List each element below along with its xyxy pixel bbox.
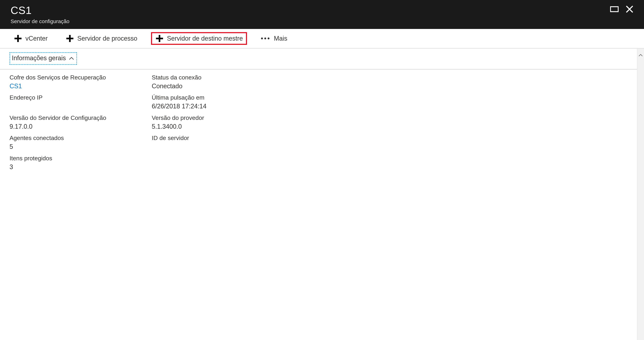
field-value: 5.1.3400.0 <box>152 122 287 131</box>
maximize-icon[interactable] <box>610 6 618 13</box>
more-button[interactable]: ••• Mais <box>256 32 292 45</box>
blade-header: CS1 Servidor de configuração <box>0 0 644 29</box>
field-label: Agentes conectados <box>10 134 145 142</box>
section-header-row: Informações gerais <box>0 49 637 70</box>
field-cs-version: Versão do Servidor de Configuração 9.17.… <box>10 114 145 131</box>
command-bar: vCenter Servidor de processo Servidor de… <box>0 29 644 49</box>
blade-subtitle: Servidor de configuração <box>10 18 70 25</box>
field-label: Versão do provedor <box>152 114 287 122</box>
add-process-server-button[interactable]: Servidor de processo <box>62 32 142 45</box>
blade-body: Informações gerais Cofre dos Serviços de… <box>0 48 644 340</box>
blade-window-controls <box>610 3 634 13</box>
blade-title: CS1 <box>10 3 70 18</box>
close-icon[interactable] <box>626 5 634 13</box>
general-info-toggle[interactable]: Informações gerais <box>10 52 77 65</box>
field-label: Versão do Servidor de Configuração <box>10 114 145 122</box>
field-label: Endereço IP <box>10 94 145 102</box>
field-label: ID de servidor <box>152 134 287 142</box>
toolbar-label: Servidor de destino mestre <box>167 34 243 43</box>
field-label: Cofre dos Serviços de Recuperação <box>10 74 145 82</box>
toolbar-label: Mais <box>274 34 287 43</box>
field-protected-items: Itens protegidos 3 <box>10 154 145 171</box>
field-label: Itens protegidos <box>10 154 145 162</box>
scrollbar[interactable] <box>637 49 644 340</box>
plus-icon <box>66 34 74 43</box>
toolbar-label: vCenter <box>26 34 48 43</box>
field-provider-version: Versão do provedor 5.1.3400.0 <box>152 114 287 131</box>
field-label: Status da conexão <box>152 74 287 82</box>
field-value: Conectado <box>152 82 287 91</box>
field-connected-agents: Agentes conectados 5 <box>10 134 145 151</box>
field-connection-status: Status da conexão Conectado <box>152 74 287 90</box>
field-server-id: ID de servidor <box>152 134 287 151</box>
add-master-target-button[interactable]: Servidor de destino mestre <box>151 32 247 45</box>
content-area: Informações gerais Cofre dos Serviços de… <box>0 49 637 340</box>
field-label: Última pulsação em <box>152 94 287 102</box>
field-last-heartbeat: Última pulsação em 6/26/2018 17:24:14 <box>152 94 287 111</box>
field-value: 6/26/2018 17:24:14 <box>152 102 287 111</box>
config-server-blade: CS1 Servidor de configuração vCenter <box>0 0 644 340</box>
more-icon: ••• <box>261 34 271 43</box>
blade-titles: CS1 Servidor de configuração <box>10 3 70 25</box>
empty-cell <box>152 154 287 171</box>
info-grid: Cofre dos Serviços de Recuperação CS1 St… <box>0 70 296 171</box>
plus-icon <box>155 34 164 43</box>
chevron-up-icon <box>69 54 74 63</box>
add-vcenter-button[interactable]: vCenter <box>10 32 52 45</box>
field-value: 3 <box>10 163 145 171</box>
field-ip-address: Endereço IP <box>10 94 145 111</box>
chevron-up-icon[interactable] <box>638 51 643 59</box>
plus-icon <box>14 34 22 43</box>
field-value: 9.17.0.0 <box>10 122 145 131</box>
toolbar-label: Servidor de processo <box>77 34 137 43</box>
svg-rect-0 <box>610 7 618 12</box>
field-value-link[interactable]: CS1 <box>10 82 145 91</box>
field-recovery-vault: Cofre dos Serviços de Recuperação CS1 <box>10 74 145 90</box>
field-value: 5 <box>10 142 145 151</box>
section-title: Informações gerais <box>12 54 66 63</box>
